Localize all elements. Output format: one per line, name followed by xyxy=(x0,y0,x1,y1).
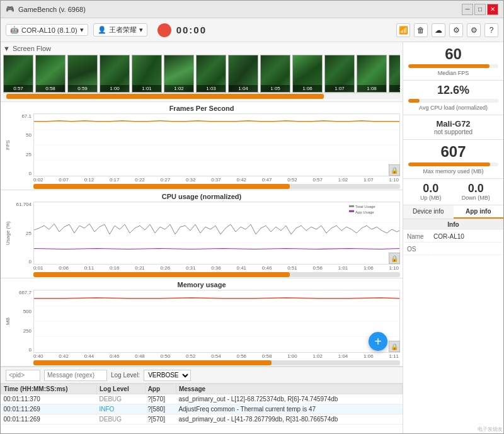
fps-chart-container: FPS 67.1 50 25 0 xyxy=(3,113,400,176)
avg-cpu-box: 12.6% Avg CPU load (normalized) xyxy=(403,81,503,115)
log-row: 00:01:11:269 DEBUG ?[570] asd_primary_ou… xyxy=(1,414,403,425)
fps-chart-section: Frames Per Second FPS 67.1 50 25 0 xyxy=(1,102,403,190)
svg-rect-7 xyxy=(349,205,354,207)
memory-scrollbar[interactable] xyxy=(33,360,400,365)
right-panel: 60 Median FPS 12.6% Avg CPU load (normal… xyxy=(403,42,503,433)
memory-chart-section: Memory usage MB 667.7 500 250 0 xyxy=(1,278,403,367)
thumbnails-container: 0:57 0:58 0:59 1:00 1:01 1:02 1:03 1:04 … xyxy=(3,55,400,93)
record-button[interactable] xyxy=(158,23,171,37)
title-bar-left: 🎮 GameBench (v. 6968) xyxy=(6,5,86,13)
max-memory-box: 607 Max memory used (MB) xyxy=(403,140,503,178)
thumbnail-0[interactable]: 0:57 xyxy=(3,55,33,93)
cpu-y-axis-label: Usage (%) xyxy=(3,202,11,265)
device-info-tab[interactable]: Device info xyxy=(403,205,454,219)
message-filter-input[interactable] xyxy=(44,370,107,381)
fps-chart-plot xyxy=(33,113,400,176)
watermark: 电子发烧友 xyxy=(478,426,503,433)
svg-text:App Usage: App Usage xyxy=(355,210,374,214)
memory-x-labels: 0:40 0:42 0:44 0:46 0:48 0:50 0:52 0:54 … xyxy=(3,353,400,359)
thumbnail-9[interactable]: 1:06 xyxy=(292,55,323,93)
app-info-tab[interactable]: App info xyxy=(454,205,504,219)
median-fps-box: 60 Median FPS xyxy=(403,42,503,81)
network-row: 0.0 Up (MB) 0.0 Down (MB) xyxy=(408,183,498,202)
median-fps-bar xyxy=(408,64,490,68)
left-panel: ▼ Screen Flow 0:57 0:58 0:59 1:00 1:01 1… xyxy=(1,42,403,433)
pid-filter-input[interactable] xyxy=(6,370,40,381)
memory-chart-title: Memory usage xyxy=(3,281,400,288)
triangle-icon: ▼ xyxy=(3,45,10,52)
cpu-scrollbar[interactable] xyxy=(33,272,400,277)
wifi-icon: 📶 xyxy=(396,23,410,37)
screen-flow-section: ▼ Screen Flow 0:57 0:58 0:59 1:00 1:01 1… xyxy=(1,42,403,102)
fps-scrollbar[interactable] xyxy=(33,184,400,189)
thumbnail-10[interactable]: 1:07 xyxy=(324,55,355,93)
memory-y-labels: 667.7 500 250 0 xyxy=(11,290,33,353)
memory-chart-plot xyxy=(33,290,400,353)
thumbnail-11[interactable]: 1:08 xyxy=(357,55,387,93)
gpu-name: Mali-G72 xyxy=(408,119,498,128)
median-fps-value: 60 xyxy=(408,46,498,62)
thumbnail-1[interactable]: 0:58 xyxy=(35,55,66,93)
log-col-level: Log Level xyxy=(97,384,146,394)
fps-y-labels: 67.1 50 25 0 xyxy=(11,113,33,176)
log-col-app: App xyxy=(145,384,176,394)
thumbnail-4[interactable]: 1:01 xyxy=(132,55,162,93)
minimize-button[interactable]: ─ xyxy=(462,4,473,15)
log-col-time: Time (HH:MM:SS:ms) xyxy=(1,384,97,394)
help-icon[interactable]: ? xyxy=(484,23,498,37)
device-name: COR-AL10 (8.1.0) xyxy=(21,26,77,34)
info-table: Name COR-AL10 OS xyxy=(403,230,503,256)
avg-cpu-bar xyxy=(408,99,420,103)
cpu-chart-title: CPU usage (normalized) xyxy=(3,193,400,200)
cpu-lock-icon[interactable]: 🔒 xyxy=(389,253,400,264)
maximize-button[interactable]: □ xyxy=(474,4,486,15)
max-memory-bar xyxy=(408,163,490,166)
game-selector[interactable]: 👤 王者荣耀 ▾ xyxy=(93,23,147,37)
thumbnails-scrollbar[interactable] xyxy=(3,93,400,99)
log-filters: Log Level: VERBOSE DEBUG INFO WARN ERROR xyxy=(1,367,403,383)
game-name: 王者荣耀 xyxy=(109,25,137,35)
cpu-x-labels: 0:01 0:06 0:11 0:16 0:21 0:26 0:31 0:36 … xyxy=(3,265,400,271)
upload-value: 0.0 xyxy=(408,183,454,195)
avg-cpu-value: 12.6% xyxy=(408,84,498,97)
thumbnail-7[interactable]: 1:04 xyxy=(228,55,258,93)
max-memory-label: Max memory used (MB) xyxy=(408,168,498,174)
device-selector[interactable]: 🤖 COR-AL10 (8.1.0) ▾ xyxy=(6,24,88,36)
thumbnail-12[interactable]: 1:09 xyxy=(389,55,400,93)
close-button[interactable]: ✕ xyxy=(487,4,498,15)
svg-text:Total Usage: Total Usage xyxy=(355,205,375,208)
fps-y-axis-label: FPS xyxy=(3,113,11,176)
window-title: GameBench (v. 6968) xyxy=(18,6,86,13)
upload-icon[interactable]: ☁ xyxy=(432,23,445,37)
memory-chart-container: MB 667.7 500 250 0 xyxy=(3,290,400,353)
thumbnail-8[interactable]: 1:05 xyxy=(260,55,290,93)
memory-lock-icon[interactable]: 🔒 xyxy=(389,341,400,352)
download-col: 0.0 Down (MB) xyxy=(454,183,499,202)
log-area: Time (HH:MM:SS:ms) Log Level App Message… xyxy=(1,383,403,433)
median-fps-label: Median FPS xyxy=(408,70,498,76)
toolbar: 🤖 COR-AL10 (8.1.0) ▾ 👤 王者荣耀 ▾ 00:00 📶 🗑 … xyxy=(1,18,503,42)
device-dropdown-icon: ▾ xyxy=(80,26,84,34)
svg-rect-9 xyxy=(349,210,354,212)
thumbnail-2[interactable]: 0:59 xyxy=(67,55,98,93)
info-row-os: OS xyxy=(404,244,502,255)
thumbnail-3[interactable]: 1:00 xyxy=(100,55,130,93)
settings-sliders-icon[interactable]: ⚙ xyxy=(467,23,481,37)
log-level-select[interactable]: VERBOSE DEBUG INFO WARN ERROR xyxy=(144,370,191,381)
thumbnail-6[interactable]: 1:03 xyxy=(196,55,226,93)
add-chart-button[interactable]: + xyxy=(369,332,387,351)
memory-chart-svg xyxy=(34,290,399,352)
title-bar-controls: ─ □ ✕ xyxy=(462,4,498,15)
download-label: Down (MB) xyxy=(454,195,499,201)
main-content: ▼ Screen Flow 0:57 0:58 0:59 1:00 1:01 1… xyxy=(1,42,503,433)
info-row-name: Name COR-AL10 xyxy=(404,231,502,243)
settings-gear-icon[interactable]: ⚙ xyxy=(449,23,463,37)
fps-chart-svg xyxy=(34,114,399,176)
fps-lock-icon[interactable]: 🔒 xyxy=(389,164,400,176)
main-window: 🎮 GameBench (v. 6968) ─ □ ✕ 🤖 COR-AL10 (… xyxy=(0,0,504,434)
thumbnail-5[interactable]: 1:02 xyxy=(164,55,194,93)
cpu-chart-plot: Total Usage App Usage xyxy=(33,202,400,265)
max-memory-bar-container xyxy=(408,163,498,166)
cpu-chart-section: CPU usage (normalized) Usage (%) 61.704 … xyxy=(1,190,403,278)
delete-icon[interactable]: 🗑 xyxy=(414,23,428,37)
